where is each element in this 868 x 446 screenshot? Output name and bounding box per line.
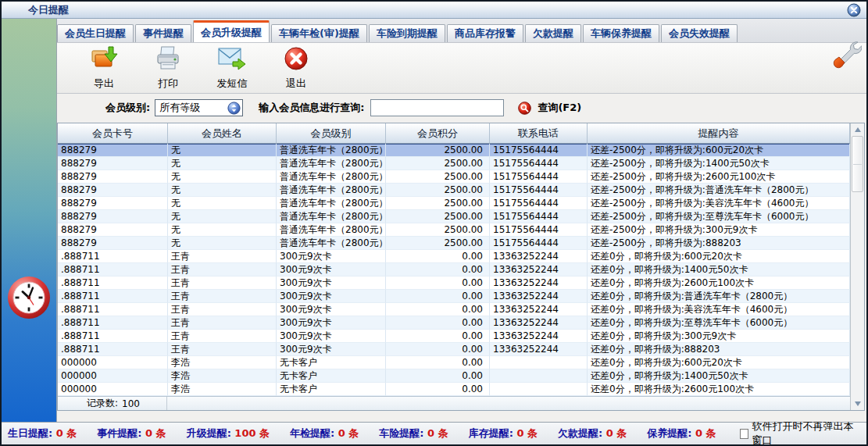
tab-insurance[interactable]: 车险到期提醒 [369,24,445,42]
table-row[interactable]: 000000李浩无卡客户0.00还差0分，即将升级为:2600元100次卡 [58,383,850,396]
table-row[interactable]: 888279无普通洗车年卡（2800元）2500.0015175564444还差… [58,170,850,184]
table-row[interactable]: 888279无普通洗车年卡（2800元）2500.0015175564444还差… [58,144,850,157]
table-row[interactable]: .888711王青300元9次卡0.0013363252244还差0分，即将升级… [58,330,850,343]
column-header-member-name[interactable]: 会员姓名 [168,123,277,143]
table-row[interactable]: .888711王青300元9次卡0.0013363252244还差0分，即将升级… [58,263,850,277]
cell-member-name: 无 [168,170,277,184]
cell-card-no: .888711 [58,263,168,277]
table-row[interactable]: 888279无普通洗车年卡（2800元）2500.0015175564444还差… [58,197,850,210]
cell-member-points: 0.00 [386,356,490,369]
column-header-phone[interactable]: 联系电话 [490,123,588,143]
record-count-value: 100 [122,398,140,409]
cell-card-no: 888279 [58,237,168,250]
table-row[interactable]: .888711王青300元9次卡0.0013363252244还差0分，即将升级… [58,343,850,356]
cell-member-points: 0.00 [386,330,490,343]
column-header-member-points[interactable]: 会员积分 [386,123,490,143]
cell-member-name: 王青 [168,343,277,356]
export-button[interactable]: 导出 [79,45,129,91]
table-row[interactable]: 888279无普通洗车年卡（2800元）2500.0015175564444还差… [58,184,850,197]
table-row[interactable]: 000000李浩无卡客户0.00还差0分，即将升级为:1400元50次卡 [58,369,850,383]
table-row[interactable]: .888711王青300元9次卡0.0013363252244还差0分，即将升级… [58,290,850,303]
cell-member-level: 普通洗车年卡（2800元） [277,210,386,223]
tab-event[interactable]: 事件提醒 [135,24,191,42]
close-icon[interactable] [847,3,861,17]
table-header: 会员卡号会员姓名会员级别会员积分联系电话提醒内容 [58,123,850,144]
cell-phone: 15175564444 [490,237,588,250]
cell-phone: 15175564444 [490,223,588,237]
export-label: 导出 [94,77,114,91]
cell-member-name: 王青 [168,290,277,303]
dropdown-stepper-icon[interactable] [227,102,241,115]
status-stock-count: 库存提醒: 0 条 [469,426,538,441]
cell-member-level: 普通洗车年卡（2800元） [277,144,386,157]
cell-member-points: 2500.00 [386,237,490,250]
tools-wrench-icon[interactable] [832,39,862,72]
export-icon [90,45,118,75]
filter-bar: 会员级别: 所有等级 输入会员信息进行查询: [57,94,866,122]
tab-stock[interactable]: 商品库存报警 [447,24,523,42]
no-popup-checkbox[interactable]: 软件打开时不再弹出本窗口 [740,419,860,446]
table-row[interactable]: .888711王青300元9次卡0.0013363252244还差0分，即将升级… [58,277,850,290]
cell-member-name: 王青 [168,263,277,277]
exit-button[interactable]: 退出 [271,45,321,91]
cell-reminder-content: 还差-2500分，即将升级为:888203 [588,237,850,250]
cell-reminder-content: 还差0分，即将升级为:888203 [588,343,850,356]
scrollbar-track[interactable] [851,192,864,398]
member-level-select[interactable]: 所有等级 [155,99,243,116]
cell-reminder-content: 还差-2500分，即将升级为:300元9次卡 [588,223,850,237]
table-row[interactable]: .888711王青300元9次卡0.0013363252244还差0分，即将升级… [58,316,850,330]
cell-reminder-content: 还差-2500分，即将升级为:普通洗车年卡（2800元） [588,184,850,197]
cell-phone: 15175564444 [490,157,588,170]
column-header-member-level[interactable]: 会员级别 [277,123,386,143]
cell-card-no: 888279 [58,210,168,223]
status-bar: 生日提醒: 0 条事件提醒: 0 条升级提醒: 100 条年检提醒: 0 条车险… [2,422,866,444]
column-header-card-no[interactable]: 会员卡号 [58,123,168,143]
table-row[interactable]: .888711王青300元9次卡0.0013363252244还差0分，即将升级… [58,303,850,316]
checkbox-icon[interactable] [740,429,749,439]
sms-envelope-icon [217,45,247,75]
status-birthday-count: 生日提醒: 0 条 [8,426,77,441]
cell-card-no: .888711 [58,277,168,290]
table-row[interactable]: 000000李浩无卡客户0.00还差0分，即将升级为:600元20次卡 [58,356,850,369]
cell-member-level: 普通洗车年卡（2800元） [277,184,386,197]
cell-phone: 13363252244 [490,303,588,316]
cell-reminder-content: 还差0分，即将升级为:600元20次卡 [588,356,850,369]
scrollbar-thumb[interactable] [852,136,863,192]
cell-reminder-content: 还差0分，即将升级为:美容洗车年卡（4600元） [588,303,850,316]
table-row[interactable]: 888279无普通洗车年卡（2800元）2500.0015175564444还差… [58,237,850,250]
scroll-up-icon [855,127,861,132]
cell-card-no: .888711 [58,250,168,263]
cell-phone [490,383,588,396]
scroll-up-button[interactable] [851,123,864,136]
tab-maintenance[interactable]: 车辆保养提醒 [583,24,659,42]
tab-upgrade[interactable]: 会员升级提醒 [193,20,270,42]
tab-birthday[interactable]: 会员生日提醒 [57,24,134,42]
status-event-count: 事件提醒: 0 条 [97,426,166,441]
search-icon[interactable] [518,102,531,115]
cell-member-level: 300元9次卡 [277,277,386,290]
print-button[interactable]: 打印 [143,45,193,91]
cell-member-name: 无 [168,237,277,250]
cell-member-name: 李浩 [168,356,277,369]
cell-member-points: 2500.00 [386,210,490,223]
cell-card-no: 888279 [58,184,168,197]
vertical-scrollbar[interactable] [850,123,864,410]
tab-debt[interactable]: 欠款提醒 [525,24,581,42]
cell-card-no: 888279 [58,144,168,157]
send-sms-button[interactable]: 发短信 [207,45,257,91]
window-title: 今日提醒 [28,3,69,17]
tab-inspection[interactable]: 车辆年检(审)提醒 [271,24,367,42]
member-search-input[interactable] [370,99,504,116]
table-row[interactable]: .888711王青300元9次卡0.0013363252244还差0分，即将升级… [58,250,850,263]
no-popup-label: 软件打开时不再弹出本窗口 [752,419,860,446]
scroll-down-button[interactable] [851,398,864,410]
cell-member-points: 0.00 [386,290,490,303]
table-row[interactable]: 888279无普通洗车年卡（2800元）2500.0015175564444还差… [58,157,850,170]
cell-member-points: 2500.00 [386,223,490,237]
column-header-reminder-content[interactable]: 提醒内容 [588,123,850,143]
query-button[interactable]: 查询(F2) [538,101,581,115]
cell-member-points: 0.00 [386,263,490,277]
tab-expire[interactable]: 会员失效提醒 [661,24,738,42]
table-row[interactable]: 888279无普通洗车年卡（2800元）2500.0015175564444还差… [58,223,850,237]
table-row[interactable]: 888279无普通洗车年卡（2800元）2500.0015175564444还差… [58,210,850,223]
